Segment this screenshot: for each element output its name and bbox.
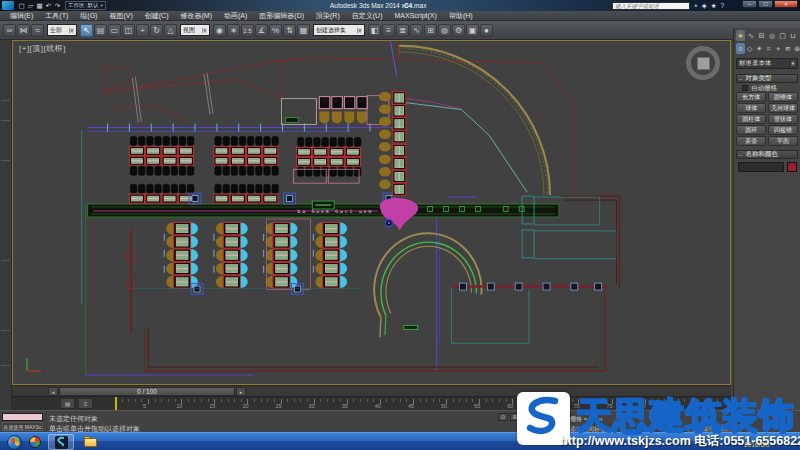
object-type-button-2[interactable]: 球体 bbox=[736, 103, 766, 113]
tab-utilities[interactable]: ⊔ bbox=[789, 30, 798, 41]
help-icon[interactable]: ? bbox=[721, 1, 725, 10]
render-production-icon[interactable]: ● bbox=[480, 24, 493, 37]
left-dock-strip[interactable] bbox=[0, 40, 12, 410]
chevron-down-icon[interactable]: ▾ bbox=[357, 28, 362, 33]
minimize-button[interactable]: – bbox=[742, 0, 757, 8]
percent-snap-icon[interactable]: % bbox=[269, 24, 282, 37]
category-systems[interactable]: ⊛ bbox=[793, 43, 800, 54]
open-file-icon[interactable]: ▱ bbox=[26, 1, 35, 10]
viewport-top-wireframe[interactable]: ba Guem Guci uem [+][顶][线框] bbox=[12, 40, 731, 385]
object-type-button-0[interactable]: 长方体 bbox=[736, 92, 766, 102]
category-spacewarps[interactable]: ≋ bbox=[784, 43, 793, 54]
object-color-swatch[interactable] bbox=[787, 162, 797, 172]
selection-region-icon[interactable]: ▭ bbox=[108, 24, 121, 37]
layer-manager-icon[interactable]: ≣ bbox=[396, 24, 409, 37]
infocenter-search-input[interactable] bbox=[612, 2, 690, 10]
taskbar-3dsmax-button[interactable] bbox=[48, 434, 74, 450]
chevron-down-icon[interactable]: ▾ bbox=[202, 28, 207, 33]
taskbar-folder-icon[interactable] bbox=[84, 436, 98, 448]
edit-named-selection-icon[interactable]: ▦ bbox=[297, 24, 310, 37]
menu-1[interactable]: 工具(T) bbox=[39, 11, 74, 21]
use-pivot-point-icon[interactable]: ◉ bbox=[213, 24, 226, 37]
category-helpers[interactable]: ⌖ bbox=[774, 43, 783, 54]
object-type-button-3[interactable]: 几何球体 bbox=[768, 103, 798, 113]
object-type-button-8[interactable]: 茶壶 bbox=[736, 136, 766, 146]
tab-modify[interactable]: ∿ bbox=[747, 30, 756, 41]
object-type-button-5[interactable]: 管状体 bbox=[768, 114, 798, 124]
new-scene-icon[interactable]: ▢ bbox=[17, 1, 26, 10]
start-button[interactable] bbox=[7, 435, 22, 450]
selection-filter-dropdown[interactable]: 全部▾ bbox=[47, 24, 77, 36]
close-button[interactable]: × bbox=[774, 0, 798, 8]
tab-hierarchy[interactable]: ⊟ bbox=[757, 30, 766, 41]
object-type-button-9[interactable]: 平面 bbox=[768, 136, 798, 146]
tab-create[interactable]: ∗ bbox=[736, 30, 745, 41]
key-filters-button[interactable]: 关键点过滤器... bbox=[688, 424, 742, 432]
align-icon[interactable]: ≡ bbox=[382, 24, 395, 37]
window-crossing-icon[interactable]: ◫ bbox=[122, 24, 135, 37]
category-cameras[interactable]: ⌗ bbox=[765, 43, 774, 54]
menu-11[interactable]: 帮助(H) bbox=[443, 11, 479, 21]
object-type-button-4[interactable]: 圆柱体 bbox=[736, 114, 766, 124]
menu-6[interactable]: 动画(A) bbox=[218, 11, 253, 21]
time-slider-handle[interactable]: 0 / 100 bbox=[59, 387, 235, 396]
time-back-button[interactable]: ◂ bbox=[48, 387, 58, 396]
viewport-canvas[interactable]: ba Guem Guci uem bbox=[13, 41, 730, 384]
view-cube-face[interactable] bbox=[697, 57, 710, 70]
rendered-frame-window-icon[interactable]: ▣ bbox=[466, 24, 479, 37]
select-object-icon[interactable]: ↖ bbox=[80, 24, 93, 37]
tab-motion[interactable]: ◎ bbox=[768, 30, 777, 41]
menu-4[interactable]: 创建(C) bbox=[139, 11, 175, 21]
primitive-category-dropdown[interactable]: 标准基本体 ▾ bbox=[736, 58, 798, 69]
maxscript-mini-listener[interactable] bbox=[2, 413, 43, 421]
select-and-scale-icon[interactable]: △ bbox=[164, 24, 177, 37]
select-by-name-icon[interactable]: ▤ bbox=[94, 24, 107, 37]
material-editor-icon[interactable]: ◍ bbox=[438, 24, 451, 37]
object-type-button-6[interactable]: 圆环 bbox=[736, 125, 766, 135]
object-type-button-1[interactable]: 圆锥体 bbox=[768, 92, 798, 102]
menu-10[interactable]: MAXScript(X) bbox=[388, 11, 442, 21]
spinner-snap-icon[interactable]: ⇅ bbox=[283, 24, 296, 37]
category-lights[interactable]: ☀ bbox=[755, 43, 764, 54]
category-geometry[interactable]: ○ bbox=[736, 43, 745, 54]
curve-editor-icon[interactable]: ∿ bbox=[410, 24, 423, 37]
save-file-icon[interactable]: ▦ bbox=[35, 1, 44, 10]
taskbar-app-icon[interactable] bbox=[29, 436, 41, 448]
snaps-toggle-icon[interactable]: 2.5 bbox=[241, 24, 254, 37]
autogrid-checkbox[interactable]: 自动栅格 bbox=[742, 84, 777, 92]
favorites-icon[interactable]: ★ bbox=[711, 1, 717, 10]
category-shapes[interactable]: ◇ bbox=[746, 43, 755, 54]
select-and-link-icon[interactable]: ∞ bbox=[3, 24, 16, 37]
menu-8[interactable]: 渲染(R) bbox=[310, 11, 346, 21]
select-and-rotate-icon[interactable]: ↻ bbox=[150, 24, 163, 37]
time-slider[interactable]: ◂ 0 / 100 ▸ bbox=[12, 385, 731, 396]
menu-9[interactable]: 自定义(U) bbox=[346, 11, 389, 21]
3dsmax-logo-icon[interactable] bbox=[2, 1, 14, 10]
angle-snap-icon[interactable]: ∡ bbox=[255, 24, 268, 37]
communication-center-icon[interactable]: ◈ bbox=[702, 1, 707, 10]
tab-display[interactable]: ▢ bbox=[778, 30, 787, 41]
menu-7[interactable]: 图形编辑器(D) bbox=[253, 11, 310, 21]
menu-3[interactable]: 视图(V) bbox=[103, 11, 138, 21]
select-and-move-icon[interactable]: + bbox=[136, 24, 149, 37]
menu-5[interactable]: 修改器(M) bbox=[174, 11, 218, 21]
viewport-label[interactable]: [+][顶][线框] bbox=[19, 43, 66, 54]
selection-lock-icon[interactable]: ⊙ bbox=[498, 413, 508, 421]
select-and-manipulate-icon[interactable]: ∗ bbox=[227, 24, 240, 37]
absolute-mode-icon[interactable]: ⊞ bbox=[510, 413, 520, 421]
redo-icon[interactable]: ↷ bbox=[53, 1, 62, 10]
menu-2[interactable]: 组(G) bbox=[74, 11, 103, 21]
track-bar[interactable]: ▤ ≡ 51015202530354045505560657075808590 bbox=[12, 396, 731, 410]
object-type-button-7[interactable]: 四棱锥 bbox=[768, 125, 798, 135]
reference-coordinate-dropdown[interactable]: 视图▾ bbox=[180, 24, 210, 36]
maximize-button[interactable]: □ bbox=[758, 0, 773, 8]
name-color-rollout[interactable]: − 名称和颜色 bbox=[736, 150, 798, 159]
welcome-button[interactable]: 欢迎使用 MAXSc bbox=[2, 422, 43, 431]
undo-icon[interactable]: ↶ bbox=[44, 1, 53, 10]
frame-0-marker[interactable] bbox=[115, 397, 117, 411]
workspace-dropdown[interactable]: 工作区: 默认 ▾ bbox=[65, 1, 106, 10]
view-cube[interactable] bbox=[686, 46, 720, 80]
time-forward-button[interactable]: ▸ bbox=[236, 387, 246, 396]
coord-x-field[interactable] bbox=[533, 413, 571, 421]
object-type-rollout[interactable]: − 对象类型 bbox=[736, 74, 798, 83]
